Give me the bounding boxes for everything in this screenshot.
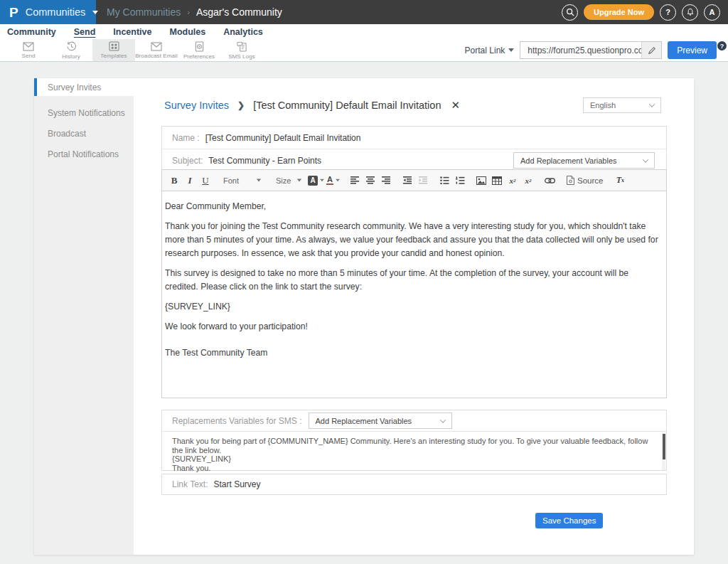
sms-replacement-variables-select[interactable]: Add Replacement Variables — [309, 413, 452, 429]
numbered-list-icon — [456, 176, 465, 184]
chevron-down-icon — [297, 179, 301, 182]
edit-url-button[interactable] — [641, 42, 661, 58]
replacement-variables-value: Add Replacement Variables — [316, 417, 412, 425]
subject-replacement-variables-select[interactable]: Add Replacement Variables — [513, 152, 655, 169]
nav-modules[interactable]: Modules — [170, 27, 206, 37]
sidebar-item-broadcast[interactable]: Broadcast — [34, 123, 134, 144]
nav-send[interactable]: Send — [74, 27, 96, 37]
name-input[interactable]: [Test Community] Default Email Invitatio… — [205, 133, 361, 143]
image-icon — [476, 176, 486, 185]
portal-link-label: Portal Link — [465, 46, 505, 55]
align-left-button[interactable] — [348, 173, 362, 188]
template-breadcrumb: Survey Invites ❯ [Test Community] Defaul… — [164, 99, 460, 112]
tool-label: SMS Logs — [228, 53, 255, 60]
size-label: Size — [276, 176, 291, 185]
portal-link-dropdown[interactable]: Portal Link — [465, 46, 515, 55]
sms-scrollbar[interactable] — [662, 432, 665, 470]
tool-preferences[interactable]: Preferences — [178, 39, 220, 61]
breadcrumb-survey-invites[interactable]: Survey Invites — [164, 100, 229, 111]
superscript-button[interactable]: x2 — [521, 173, 535, 188]
email-paragraph: The Test Community Team — [165, 346, 663, 360]
align-left-icon — [350, 176, 360, 184]
module-nav: Community Send Incentive Modules Analyti… — [0, 24, 728, 39]
email-body-editor[interactable]: Dear Community Member, Thank you for joi… — [162, 191, 666, 398]
insert-link-button[interactable] — [542, 173, 557, 188]
tool-label: History — [62, 53, 80, 60]
subject-label: Subject: — [172, 156, 203, 166]
pencil-icon — [648, 46, 656, 55]
top-navbar: P Communities My Communities › Asgar's C… — [0, 0, 728, 24]
tool-sms-logs[interactable]: SMS Logs — [220, 39, 263, 61]
sidebar-item-portal-notifications[interactable]: Portal Notifications — [34, 144, 134, 164]
background-color-button[interactable]: A — [308, 173, 325, 188]
sms-scrollbar-thumb[interactable] — [663, 434, 665, 459]
sms-replacement-label: Replacements Variables for SMS : — [172, 416, 302, 426]
help-icon[interactable]: ? — [717, 41, 727, 50]
outdent-icon — [403, 176, 412, 184]
product-name: Communities — [26, 6, 86, 18]
save-changes-button[interactable]: Save Changes — [535, 513, 603, 528]
communities-menu[interactable]: P Communities — [0, 0, 96, 24]
nav-community[interactable]: Community — [7, 27, 56, 37]
close-icon[interactable]: ✕ — [451, 99, 460, 112]
increase-indent-button[interactable] — [416, 173, 430, 188]
sidebar: System Notifications Broadcast Portal No… — [34, 96, 134, 555]
sidebar-item-survey-invites[interactable]: Survey Invites — [34, 78, 134, 96]
breadcrumb-my-communities[interactable]: My Communities — [107, 6, 181, 18]
envelope-icon — [151, 42, 162, 51]
chevron-down-icon — [439, 417, 445, 422]
size-select[interactable]: Size — [272, 173, 301, 188]
questionpro-logo: P — [9, 6, 18, 19]
subject-input[interactable]: Test Community - Earn Points — [208, 156, 321, 166]
portal-url-input[interactable]: https://forum25.questionpro.com — [520, 42, 641, 58]
numbered-list-button[interactable] — [453, 173, 467, 188]
tool-label: Broadcast Email — [135, 53, 178, 59]
name-row: Name : [Test Community] Default Email In… — [162, 127, 666, 149]
chevron-down-icon — [92, 11, 98, 14]
tool-templates[interactable]: Templates — [92, 39, 135, 61]
tool-history[interactable]: History — [50, 39, 92, 61]
link-text-label: Link Text: — [172, 479, 208, 489]
replacement-variables-value: Add Replacement Variables — [520, 156, 617, 165]
help-button[interactable]: ? — [660, 4, 676, 21]
chevron-down-icon — [336, 179, 340, 182]
preview-button[interactable]: Preview — [668, 41, 717, 59]
main-panel: Survey Invites System Notifications Broa… — [34, 78, 694, 555]
italic-button[interactable]: I — [183, 173, 197, 188]
avatar[interactable]: A — [704, 4, 720, 21]
bold-button[interactable]: B — [167, 173, 181, 188]
nav-incentive[interactable]: Incentive — [113, 27, 151, 37]
tool-broadcast-email[interactable]: Broadcast Email — [135, 39, 178, 61]
nav-analytics[interactable]: Analytics — [223, 27, 263, 37]
breadcrumb-separator: › — [187, 8, 190, 16]
align-right-button[interactable] — [379, 173, 393, 188]
source-button[interactable]: Source — [564, 176, 606, 185]
underline-button[interactable]: U — [198, 173, 213, 188]
template-title: [Test Community] Default Email Invitatio… — [253, 100, 441, 111]
align-center-button[interactable] — [363, 173, 378, 188]
subscript-button[interactable]: x2 — [505, 173, 520, 188]
decrease-indent-button[interactable] — [400, 173, 414, 188]
insert-table-button[interactable] — [490, 173, 504, 188]
chevron-down-icon — [257, 179, 261, 182]
portal-link-area: Portal Link https://forum25.questionpro.… — [465, 39, 728, 61]
link-text-input[interactable]: Start Survey — [213, 479, 260, 489]
insert-image-button[interactable] — [474, 173, 488, 188]
chevron-down-icon — [643, 156, 648, 162]
remove-format-button[interactable]: Tx — [613, 173, 627, 188]
tool-label: Preferences — [183, 53, 215, 60]
text-color-button[interactable]: A — [326, 173, 341, 188]
bullet-list-button[interactable] — [437, 173, 451, 188]
sms-textarea[interactable]: Thank you for being part of {COMMUNITY_N… — [162, 431, 666, 470]
envelope-icon — [23, 42, 34, 51]
notifications-button[interactable] — [682, 4, 698, 21]
upgrade-now-button[interactable]: Upgrade Now — [584, 4, 654, 20]
sms-line: {SURVEY_LINK} — [172, 454, 656, 464]
font-select[interactable]: Font — [220, 173, 265, 188]
tool-send[interactable]: Send — [7, 39, 50, 61]
search-button[interactable] — [562, 4, 578, 21]
sms-logs-icon — [236, 41, 247, 52]
language-select[interactable]: English — [583, 97, 661, 113]
sidebar-item-system-notifications[interactable]: System Notifications — [34, 102, 134, 123]
email-paragraph: {SURVEY_LINK} — [165, 300, 663, 314]
